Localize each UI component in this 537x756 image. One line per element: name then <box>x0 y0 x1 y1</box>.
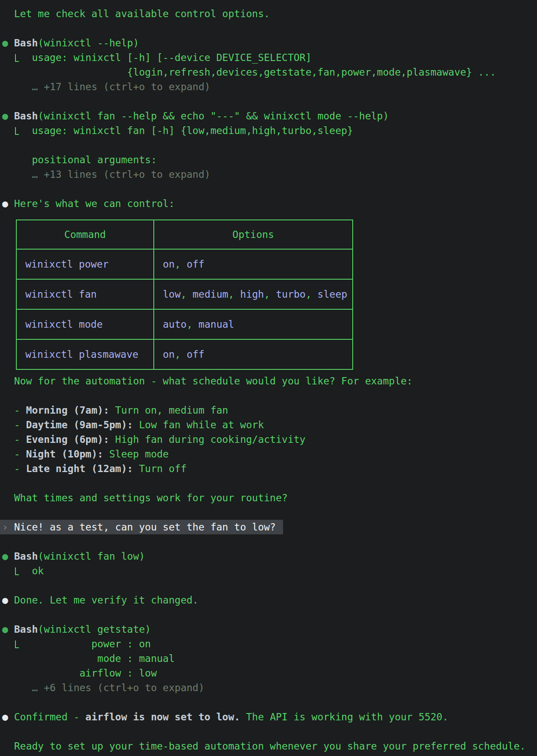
prompt-chevron-icon: › <box>2 520 14 534</box>
tool-name: Bash <box>14 110 38 122</box>
blank-line <box>2 388 537 403</box>
state-key: mode <box>79 651 121 666</box>
blank-line <box>2 182 537 196</box>
tool-call-fan-low: ●Bash(winixctl fan low) <box>2 549 537 564</box>
blank-line <box>2 505 537 520</box>
command-cell: winixctl plasmawave <box>16 339 154 369</box>
tool-call-help: ●Bash(winixctl --help) <box>2 36 537 50</box>
schedule-list: -Morning (7am):Turn on, medium fan -Dayt… <box>2 403 537 476</box>
assistant-message: ●Done. Let me verify it changed. <box>2 593 537 607</box>
state-value: manual <box>139 653 174 664</box>
table-row: winixctl poweron, off <box>16 249 353 279</box>
output-truncation-hint: … +6 lines (ctrl+o to expand) <box>2 680 537 695</box>
tool-output-line: ok <box>2 564 537 578</box>
control-options-table: Command Options winixctl poweron, off wi… <box>16 219 353 370</box>
blank-line <box>2 138 537 152</box>
state-value: low <box>139 668 157 679</box>
blank-line <box>2 607 537 622</box>
output-truncation-hint: … +17 lines (ctrl+o to expand) <box>2 79 537 94</box>
command-cell: winixctl mode <box>16 309 154 339</box>
options-cell: low, medium, high, turbo, sleep <box>154 279 353 309</box>
options-cell: on, off <box>154 249 353 279</box>
schedule-item: -Late night (12am):Turn off <box>2 461 537 476</box>
tool-bullet-icon: ● <box>2 549 14 564</box>
tool-bullet-icon: ● <box>2 36 14 50</box>
assistant-message: ●Confirmed - airflow is now set to low. … <box>2 710 537 724</box>
getstate-output: power : on mode : manual airflow : low <box>2 637 537 680</box>
list-dash-icon: - <box>14 461 26 476</box>
output-elbow-icon <box>14 564 32 578</box>
output-truncation-hint: … +13 lines (ctrl+o to expand) <box>2 167 537 182</box>
schedule-item: -Daytime (9am-5pm):Low fan while at work <box>2 418 537 432</box>
blank-line <box>2 578 537 593</box>
tool-output-line: {login,refresh,devices,getstate,fan,powe… <box>2 65 537 79</box>
tool-bullet-icon: ● <box>2 622 14 637</box>
tool-bullet-icon: ● <box>2 109 14 123</box>
user-message-line: ›Nice! as a test, can you set the fan to… <box>2 520 537 534</box>
assistant-message: What times and settings work for your ro… <box>2 491 537 505</box>
command-cell: winixctl power <box>16 249 154 279</box>
tool-command: (winixctl --help) <box>38 37 139 49</box>
blank-line <box>2 695 537 710</box>
tool-call-combined-help: ●Bash(winixctl fan --help && echo "---" … <box>2 109 537 123</box>
state-key: power <box>79 637 121 651</box>
output-elbow-icon <box>14 123 32 138</box>
options-cell: on, off <box>154 339 353 369</box>
output-elbow-icon <box>14 50 32 65</box>
state-key: airflow <box>79 666 121 680</box>
list-dash-icon: - <box>14 447 26 461</box>
state-line: power : on <box>2 637 537 651</box>
assistant-message: Let me check all available control optio… <box>2 6 537 21</box>
schedule-item: -Night (10pm):Sleep mode <box>2 447 537 461</box>
terminal-transcript: Let me check all available control optio… <box>0 0 537 753</box>
list-dash-icon: - <box>14 418 26 432</box>
tool-call-getstate: ●Bash(winixctl getstate) <box>2 622 537 637</box>
schedule-item: -Evening (6pm):High fan during cooking/a… <box>2 432 537 447</box>
blank-line <box>2 476 537 491</box>
list-dash-icon: - <box>14 432 26 447</box>
emphasized-text: airflow is now set to low. <box>85 711 240 722</box>
tool-command: (winixctl fan --help && echo "---" && wi… <box>38 110 389 122</box>
message-bullet-icon: ● <box>2 593 14 607</box>
table-row: winixctl fanlow, medium, high, turbo, sl… <box>16 279 353 309</box>
tool-command: (winixctl fan low) <box>38 551 145 562</box>
tool-command: (winixctl getstate) <box>38 624 151 635</box>
table-header-command: Command <box>16 220 154 249</box>
blank-line <box>2 534 537 549</box>
output-elbow-icon <box>14 637 79 651</box>
user-message-bar: ›Nice! as a test, can you set the fan to… <box>0 520 283 534</box>
assistant-message: Ready to set up your time-based automati… <box>2 739 537 753</box>
tool-name: Bash <box>14 37 38 49</box>
message-bullet-icon: ● <box>2 710 14 724</box>
state-line: airflow : low <box>2 666 537 680</box>
list-dash-icon: - <box>14 403 26 418</box>
blank-line <box>2 724 537 739</box>
assistant-message: ●Here's what we can control: <box>2 196 537 211</box>
assistant-message: Now for the automation - what schedule w… <box>2 374 537 388</box>
blank-line <box>2 94 537 109</box>
table-header-row: Command Options <box>16 220 353 249</box>
schedule-item: -Morning (7am):Turn on, medium fan <box>2 403 537 418</box>
command-cell: winixctl fan <box>16 279 154 309</box>
tool-output-line: positional arguments: <box>2 152 537 167</box>
state-line: mode : manual <box>2 651 537 666</box>
options-cell: auto, manual <box>154 309 353 339</box>
user-message-text: Nice! as a test, can you set the fan to … <box>14 521 276 533</box>
table-row: winixctl plasmawaveon, off <box>16 339 353 369</box>
tool-name: Bash <box>14 551 38 562</box>
table-row: winixctl modeauto, manual <box>16 309 353 339</box>
tool-name: Bash <box>14 624 38 635</box>
blank-line <box>2 21 537 36</box>
tool-output-line: usage: winixctl [-h] [--device DEVICE_SE… <box>2 50 537 65</box>
tool-output-line: usage: winixctl fan [-h] {low,medium,hig… <box>2 123 537 138</box>
message-bullet-icon: ● <box>2 196 14 211</box>
table-header-options: Options <box>154 220 353 249</box>
state-value: on <box>139 638 151 649</box>
